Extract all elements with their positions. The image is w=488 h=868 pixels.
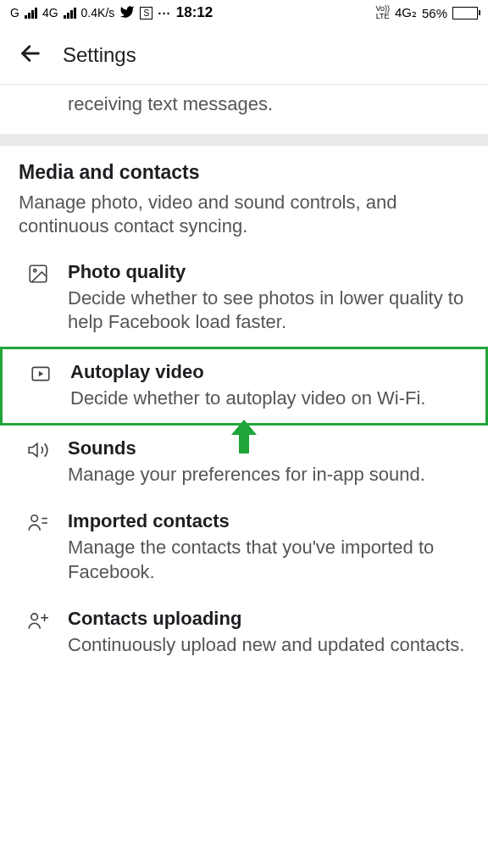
row-description: Decide whether to see photos in lower qu…	[68, 287, 469, 335]
setting-row-autoplay-video[interactable]: Autoplay video Decide whether to autopla…	[0, 347, 488, 426]
row-description: Manage the contacts that you've imported…	[68, 536, 469, 584]
volte-icon: Vo)) LTE	[375, 5, 390, 20]
back-arrow-icon[interactable]	[19, 42, 42, 69]
network-label-2: 4G	[42, 6, 58, 19]
app-header: Settings	[0, 25, 488, 85]
status-left: G 4G 0.4K/s S ··· 18:12	[10, 4, 213, 22]
battery-percent-label: 56%	[422, 6, 447, 20]
svg-point-2	[34, 269, 36, 271]
video-play-icon	[30, 361, 55, 388]
highlight-arrow-icon	[230, 420, 258, 457]
setting-row-imported-contacts[interactable]: Imported contacts Manage the contacts th…	[19, 498, 469, 596]
clock-label: 18:12	[176, 4, 213, 21]
twitter-icon	[119, 4, 135, 22]
row-title: Contacts uploading	[68, 608, 469, 630]
page-title: Settings	[63, 43, 136, 67]
setting-row-contacts-uploading[interactable]: Contacts uploading Continuously upload n…	[19, 596, 469, 670]
row-title: Sounds	[68, 437, 469, 459]
more-indicator-icon: ···	[158, 6, 171, 20]
network-label-1: G	[10, 6, 19, 19]
signal-bars-icon	[25, 8, 37, 19]
speaker-icon	[27, 437, 53, 465]
battery-icon	[452, 7, 478, 19]
partial-previous-item[interactable]: receiving text messages.	[0, 85, 488, 134]
data-speed-label: 0.4K/s	[81, 6, 115, 19]
svg-marker-6	[29, 443, 37, 456]
volte-bottom: LTE	[376, 12, 390, 20]
partial-text: receiving text messages.	[68, 93, 273, 114]
media-contacts-section: Media and contacts Manage photo, video a…	[0, 146, 488, 678]
svg-marker-5	[231, 420, 257, 453]
contacts-add-icon	[27, 608, 53, 635]
row-description: Continuously upload new and updated cont…	[68, 633, 469, 658]
row-description: Manage your preferences for in-app sound…	[68, 463, 469, 487]
row-description: Decide whether to autoplay video on Wi-F…	[70, 387, 467, 411]
status-right: Vo)) LTE 4G₂ 56%	[375, 5, 478, 20]
status-bar: G 4G 0.4K/s S ··· 18:12 Vo)) LTE 4G₂ 56%	[0, 0, 488, 25]
photo-icon	[27, 261, 53, 288]
contacts-list-icon	[27, 510, 53, 537]
section-divider	[0, 134, 488, 146]
s-indicator-icon: S	[140, 7, 152, 19]
svg-point-10	[31, 614, 38, 620]
network-label-3: 4G₂	[395, 5, 417, 20]
svg-point-7	[31, 515, 38, 522]
svg-marker-4	[39, 371, 43, 377]
row-title: Photo quality	[68, 261, 469, 283]
row-title: Imported contacts	[68, 510, 469, 532]
section-title: Media and contacts	[19, 161, 469, 184]
section-description: Manage photo, video and sound controls, …	[19, 191, 469, 239]
row-title: Autoplay video	[70, 361, 467, 383]
signal-bars-icon-2	[64, 8, 76, 19]
setting-row-photo-quality[interactable]: Photo quality Decide whether to see phot…	[19, 249, 469, 347]
